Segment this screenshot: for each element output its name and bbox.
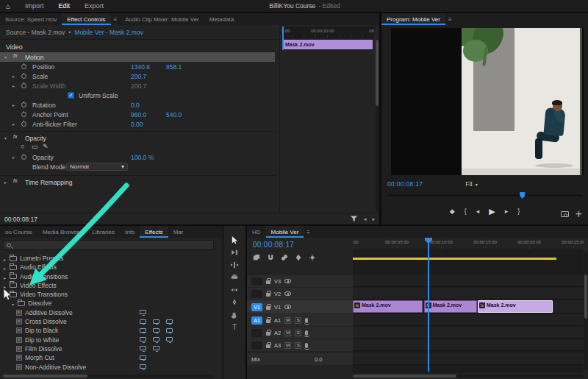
toggle-animation-stopwatch-icon[interactable] xyxy=(21,64,26,69)
program-scrubber[interactable] xyxy=(387,194,582,196)
fx-toggle-icon[interactable]: fx xyxy=(13,134,17,139)
track-header-a2[interactable]: A2 M S xyxy=(247,327,353,339)
lane-a2[interactable] xyxy=(353,327,584,339)
filter-properties-icon[interactable] xyxy=(350,215,358,223)
hand-tool[interactable] xyxy=(223,308,245,321)
snap-magnet-icon[interactable] xyxy=(267,254,274,261)
track-header-v3[interactable]: V3 xyxy=(247,275,353,287)
track-header-mix[interactable]: Mix 0.0 xyxy=(247,353,353,365)
lock-icon[interactable] xyxy=(266,319,270,323)
bin-video-effects[interactable]: ▸ Video Effects xyxy=(0,281,223,290)
timeline-clip[interactable]: fx Mask 2.mov xyxy=(424,300,477,313)
work-area-bar[interactable] xyxy=(353,258,556,260)
chevron-right-icon[interactable]: ▸ xyxy=(4,180,7,185)
panel-menu-icon[interactable]: ≡ xyxy=(111,16,121,23)
toggle-animation-stopwatch-icon[interactable] xyxy=(21,102,26,107)
param-row-position[interactable]: Position 1340.6 858.1 ↺ xyxy=(0,62,279,71)
menu-import[interactable]: Import xyxy=(18,2,51,10)
tab-effect-controls[interactable]: Effect Controls xyxy=(62,13,110,25)
source-assign-badge[interactable] xyxy=(251,341,262,350)
rect-mask-icon[interactable]: ▭ xyxy=(32,143,38,150)
lane-v1[interactable]: fx Mask 2.mov fx Mask 2.mov fx Mask 2.mo… xyxy=(353,300,584,314)
solo-button[interactable]: S xyxy=(295,330,301,336)
tab-program-monitor[interactable]: Program: Mobile Ver xyxy=(381,13,445,25)
lane-mix[interactable] xyxy=(353,353,584,365)
effect-row-time-remapping[interactable]: ▸ fx Time Remapping xyxy=(0,177,279,187)
nest-icon[interactable] xyxy=(253,254,260,261)
tab-source-monitor[interactable]: Source: Speed.mov xyxy=(0,13,62,25)
position-x-value[interactable]: 1340.6 xyxy=(131,63,150,71)
slip-tool[interactable] xyxy=(223,283,245,296)
toggle-animation-stopwatch-icon[interactable] xyxy=(21,74,26,79)
track-header-a1[interactable]: A1 A1 M S xyxy=(247,314,353,326)
effect-row-opacity[interactable]: ▾ fx Opacity ↺ xyxy=(0,133,279,143)
pen-tool[interactable] xyxy=(223,296,245,308)
keyframe-prev-icon[interactable]: ◂ xyxy=(364,216,367,222)
ellipse-mask-icon[interactable]: ○ xyxy=(21,143,24,150)
source-assign-badge[interactable]: V1 xyxy=(251,303,262,311)
position-y-value[interactable]: 858.1 xyxy=(166,63,182,71)
video-preview[interactable] xyxy=(391,28,584,175)
timeline-clip[interactable]: fx Mask 2.mov xyxy=(353,300,423,313)
param-row-scale[interactable]: ▸ Scale 200.7 ↺ xyxy=(0,71,279,81)
linked-selection-icon[interactable] xyxy=(281,254,288,261)
toggle-animation-stopwatch-icon[interactable] xyxy=(21,155,26,160)
timeline-playhead[interactable] xyxy=(428,238,429,372)
param-row-uniform-scale[interactable]: ✓ Uniform Scale xyxy=(0,91,279,100)
ec-vertical-scrollbar[interactable] xyxy=(376,40,379,211)
track-header-v2[interactable]: V2 xyxy=(247,288,353,300)
lane-v2[interactable] xyxy=(353,288,584,300)
chevron-right-icon[interactable]: ▸ xyxy=(12,121,15,127)
fx-toggle-icon[interactable]: fx xyxy=(13,178,17,183)
home-icon[interactable]: ⌂ xyxy=(6,2,10,10)
button-editor-icon[interactable]: + xyxy=(576,208,582,221)
toggle-track-output-eye-icon[interactable] xyxy=(284,291,291,296)
toggle-track-output-eye-icon[interactable] xyxy=(284,279,291,283)
chevron-down-icon[interactable]: ▾ xyxy=(4,54,7,60)
tab-sequence-hd[interactable]: HD xyxy=(247,226,266,238)
keyframe-next-icon[interactable]: ▸ xyxy=(372,216,375,222)
voiceover-record-mic-icon[interactable] xyxy=(305,330,308,336)
bin-audio-effects[interactable]: ▸ Audio Effects xyxy=(0,263,223,272)
tab-info[interactable]: Info xyxy=(120,226,140,238)
source-assign-badge[interactable] xyxy=(251,329,262,337)
selection-tool[interactable] xyxy=(223,233,245,246)
tab-media-browser[interactable]: Media Browser xyxy=(37,226,87,238)
menu-export[interactable]: Export xyxy=(77,2,111,10)
tab-sequence-mobile-ver[interactable]: Mobile Ver xyxy=(266,226,304,238)
chevron-right-icon[interactable]: ▸ xyxy=(12,74,15,79)
program-playhead[interactable] xyxy=(520,192,525,199)
tab-effects[interactable]: Effects xyxy=(140,226,168,238)
lock-icon[interactable] xyxy=(266,344,270,348)
effect-dip-to-black[interactable]: Dip to Black xyxy=(0,326,223,335)
timeline-ruler[interactable]: 00:00 00:00:05:00 00:00:10:00 00:00:15:0… xyxy=(353,238,584,249)
anchor-y-value[interactable]: 540.0 xyxy=(166,111,182,118)
anti-flicker-value[interactable]: 0.00 xyxy=(131,121,143,128)
uniform-scale-checkbox[interactable]: ✓ xyxy=(68,92,74,99)
timeline-horizontal-scrollbar[interactable] xyxy=(353,375,584,378)
mute-button[interactable]: M xyxy=(284,330,291,336)
lock-icon[interactable] xyxy=(266,306,270,310)
lane-a1[interactable] xyxy=(353,314,584,326)
chevron-right-icon[interactable]: ▸ xyxy=(12,155,15,160)
effect-dip-to-white[interactable]: Dip to White xyxy=(0,336,223,344)
blend-mode-dropdown[interactable]: Normal ▾ xyxy=(66,163,128,171)
rotation-value[interactable]: 0.0 xyxy=(131,102,140,109)
effect-film-dissolve[interactable]: Film Dissolve xyxy=(0,344,223,353)
param-row-rotation[interactable]: ▸ Rotation 0.0 ↺ xyxy=(0,100,279,110)
scale-value[interactable]: 200.7 xyxy=(131,73,146,80)
tab-audio-clip-mixer[interactable]: Audio Clip Mixer: Mobile Ver xyxy=(120,13,204,25)
timeline-vertical-scrollbar[interactable] xyxy=(584,252,587,370)
panel-menu-icon[interactable]: ≡ xyxy=(304,229,313,235)
timeline-settings-wrench-icon[interactable] xyxy=(309,254,316,261)
project-horizontal-scrollbar[interactable] xyxy=(3,375,214,378)
lock-icon[interactable] xyxy=(266,293,270,297)
mute-button[interactable]: M xyxy=(284,342,291,349)
step-back-icon[interactable]: ◂ xyxy=(476,208,480,215)
param-row-opacity[interactable]: ▸ Opacity 100.0 % ↺ xyxy=(0,152,279,162)
razor-tool[interactable] xyxy=(223,271,245,283)
mute-button[interactable]: M xyxy=(284,317,291,324)
tab-project[interactable]: ou Course xyxy=(0,226,37,238)
export-frame-icon[interactable] xyxy=(561,211,569,217)
fx-toggle-icon[interactable]: fx xyxy=(13,53,17,58)
